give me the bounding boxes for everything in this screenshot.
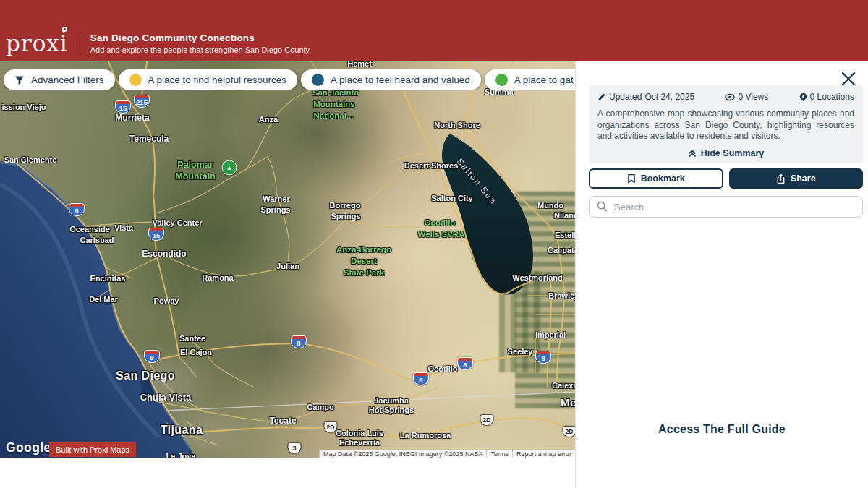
filter-chip-heard-valued[interactable]: A place to feel heard and valued	[301, 69, 481, 90]
locations-meta: 0 Locations	[799, 92, 854, 102]
search-box	[589, 196, 863, 218]
updated-label: Updated	[609, 92, 642, 102]
search-icon	[597, 201, 608, 212]
proxi-maps-badge[interactable]: Built with Proxi Maps	[49, 442, 136, 457]
chevrons-up-icon	[688, 149, 697, 158]
map-title: San Diego Community Conections	[90, 33, 312, 43]
location-pin-icon	[799, 93, 807, 102]
updated-meta: UpdatedOct 24, 2025	[597, 92, 694, 102]
google-logo[interactable]: Google	[6, 440, 51, 455]
app-window: Hemetission ViejoSan ClementeMurrietaTem…	[0, 0, 868, 488]
map-geography	[0, 61, 575, 458]
proxi-logo-text: proxi	[6, 30, 68, 56]
summary-card: UpdatedOct 24, 2025 0 Views 0 Locations …	[589, 85, 863, 163]
app-header: proxi San Diego Community Conections Add…	[0, 0, 868, 61]
bookmark-icon	[627, 174, 636, 184]
close-icon[interactable]	[841, 71, 856, 87]
map-canvas[interactable]: Hemetission ViejoSan ClementeMurrietaTem…	[0, 61, 575, 458]
filter-chip-label: A place to feel heard and valued	[331, 74, 470, 85]
us-mexico-border	[166, 392, 575, 411]
report-map-error-link[interactable]: Report a map error	[512, 450, 575, 458]
map-attribution: Map Data ©2025 Google, INEGI Imagery ©20…	[319, 450, 575, 458]
advanced-filters-button[interactable]: Advanced Filters	[4, 69, 115, 90]
share-button[interactable]: Share	[729, 168, 864, 189]
bookmark-label: Bookmark	[641, 174, 685, 184]
header-divider	[80, 30, 80, 56]
category-dot-yellow	[129, 74, 142, 86]
details-panel: UpdatedOct 24, 2025 0 Views 0 Locations …	[575, 61, 868, 488]
category-dot-green	[495, 74, 508, 86]
terms-link[interactable]: Terms	[486, 450, 512, 458]
filter-chip-bar: Advanced Filters A place to find helpful…	[4, 69, 575, 90]
pencil-icon	[597, 93, 606, 101]
search-input[interactable]	[589, 196, 863, 218]
filter-chip-label: A place to find helpful resources	[148, 74, 286, 85]
map-subtitle: Add and explore the people that strength…	[90, 46, 312, 54]
advanced-filters-label: Advanced Filters	[31, 74, 104, 85]
share-icon	[776, 174, 786, 184]
filter-chip-label: A place to gat	[514, 74, 574, 85]
bookmark-button[interactable]: Bookmark	[589, 168, 723, 189]
proxi-logo[interactable]: proxi San Diego Community Conections Add…	[6, 30, 311, 56]
logo-pin-icon	[61, 26, 67, 32]
action-buttons: Bookmark Share	[589, 168, 863, 189]
updated-value: Oct 24, 2025	[644, 92, 694, 102]
access-full-guide-heading: Access The Full Guide	[576, 423, 868, 436]
filter-funnel-icon	[14, 75, 25, 85]
locations-count: 0 Locations	[810, 92, 854, 102]
hide-summary-label: Hide Summary	[701, 148, 765, 158]
share-label: Share	[791, 174, 816, 184]
hide-summary-button[interactable]: Hide Summary	[597, 148, 854, 158]
park-marker-icon[interactable]: ▲	[222, 160, 237, 176]
eye-icon	[725, 93, 735, 101]
category-dot-blue	[312, 74, 324, 86]
map-description: A comprehensive map showcasing various c…	[597, 108, 854, 142]
meta-row: UpdatedOct 24, 2025 0 Views 0 Locations	[597, 92, 854, 102]
views-meta: 0 Views	[725, 92, 768, 102]
map-data-attribution: Map Data ©2025 Google, INEGI Imagery ©20…	[319, 450, 486, 458]
filter-chip-helpful-resources[interactable]: A place to find helpful resources	[119, 69, 297, 90]
filter-chip-gather[interactable]: A place to gat	[485, 69, 575, 90]
views-count: 0 Views	[738, 92, 768, 102]
